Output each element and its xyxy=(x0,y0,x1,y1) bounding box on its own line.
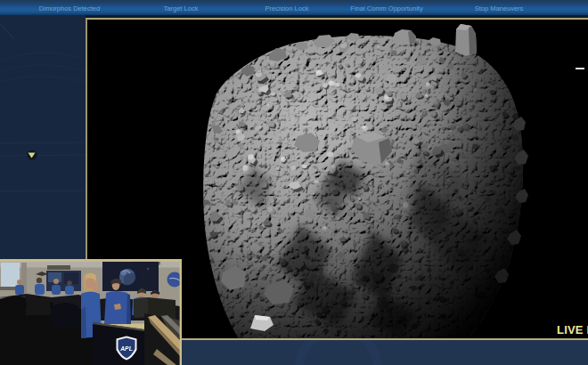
svg-text:APL: APL xyxy=(119,345,133,352)
